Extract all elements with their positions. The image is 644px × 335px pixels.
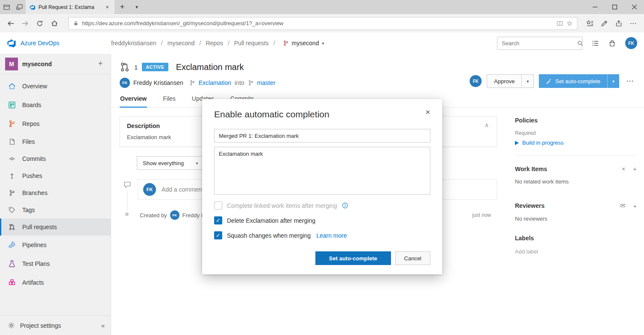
home-icon[interactable] [47,16,62,31]
boards-icon [8,101,16,109]
project-avatar: M [5,58,18,70]
add-reviewer-icon[interactable]: + [633,202,637,210]
reviewer-avatar[interactable]: FK [470,75,482,87]
complete-work-items-checkbox[interactable] [214,201,222,210]
sidebar-item-pipelines[interactable]: Pipelines [0,236,111,254]
sidebar-item-label: Branches [22,189,47,196]
merge-commit-title-input[interactable] [214,129,430,143]
add-label-button[interactable]: Add label [515,248,637,255]
merge-commit-description-textarea[interactable]: Exclamation mark [214,147,430,195]
address-bar[interactable]: https://dev.azure.com/freddykristiansen/… [68,17,577,30]
approve-dropdown-icon[interactable]: ▾ [521,75,533,87]
forward-icon[interactable] [18,16,32,31]
sidebar-item-test-plans[interactable]: Test Plans [0,254,111,273]
search-input[interactable] [502,40,577,47]
more-actions-icon[interactable]: ⋯ [624,76,635,86]
sidebar-item-artifacts[interactable]: Artifacts [0,273,111,292]
build-status-link[interactable]: Build in progress [522,140,564,146]
sidebar-item-pushes[interactable]: Pushes [0,167,111,184]
maximize-button[interactable] [605,0,624,14]
sidebar-item-branches[interactable]: Branches [0,184,111,201]
add-work-item-icon[interactable]: + [633,165,637,172]
info-icon[interactable] [342,202,348,209]
sidebar-item-commits[interactable]: Commits [0,150,111,167]
project-settings[interactable]: Project settings « [0,315,111,335]
collapse-sidebar-icon[interactable]: « [101,322,105,329]
tab-close-icon[interactable]: × [104,4,111,10]
sidebar-item-label: Pushes [22,172,42,179]
approve-button[interactable]: Approve ▾ [487,74,534,88]
set-auto-complete-button[interactable]: Set auto-complete ▾ [539,74,619,88]
approve-label[interactable]: Approve [487,75,521,87]
dialog-close-icon[interactable]: × [423,108,433,117]
tab-overview[interactable]: Overview [120,93,147,108]
sidebar-item-overview[interactable]: Overview [0,77,111,96]
search-box[interactable] [497,37,582,50]
user-avatar[interactable]: FK [625,37,637,49]
marketplace-bag-icon[interactable] [609,40,616,47]
work-items-empty: No related work items [515,178,637,185]
browser-window: Pull Request 1: Exclama × + ▾ https://de… [0,0,644,335]
sidebar-item-pull-requests[interactable]: Pull requests [0,218,111,236]
close-window-button[interactable] [624,0,644,14]
breadcrumb-pull-requests[interactable]: Pull requests [223,40,269,47]
labels-title: Labels [515,235,637,242]
tab-list-chevron-icon[interactable]: ▾ [130,0,144,14]
pipelines-icon [8,241,16,249]
azure-devops-brand[interactable]: Azure DevOps [7,38,111,48]
auto-complete-dialog: Enable automatic completion × Exclamatio… [202,99,442,274]
sidebar-item-label: Repos [22,120,39,127]
repo-selector[interactable]: mysecond ▾ [269,40,324,47]
files-icon [8,138,16,145]
pull-request-icon [120,62,130,72]
browser-navbar: https://dev.azure.com/freddykristiansen/… [0,14,644,32]
sidebar-item-files[interactable]: Files [0,133,111,150]
share-icon[interactable] [612,16,626,31]
auto-complete-dropdown-icon[interactable]: ▾ [607,74,619,88]
delete-branch-row: ✓ Delete Exclamation after merging [214,216,430,224]
dialog-title: Enable automatic completion [214,109,430,119]
sidebar-item-label: Commits [22,155,46,162]
dialog-cancel-button[interactable]: Cancel [395,251,430,265]
new-tab-button[interactable]: + [115,0,130,14]
clear-work-items-icon[interactable]: × [621,165,625,172]
collapse-card-icon[interactable]: ∧ [485,122,489,128]
tab-files[interactable]: Files [162,93,176,107]
browser-tab[interactable]: Pull Request 1: Exclama × [26,0,115,14]
tab-favicon-icon [29,4,35,10]
target-branch-link[interactable]: master [257,79,276,86]
favorites-hub-icon[interactable] [582,16,597,31]
brand-name: Azure DevOps [21,40,59,47]
repos-icon [8,120,16,128]
delete-branch-checkbox[interactable]: ✓ [214,216,222,224]
show-tab-previews-icon[interactable] [0,0,13,14]
add-favorite-star-icon[interactable]: ☆ [567,19,573,27]
breadcrumb-project[interactable]: mysecond [156,40,195,47]
add-project-icon[interactable]: + [95,59,106,68]
breadcrumb-org[interactable]: freddykristiansen [111,40,156,47]
header-actions: FK [497,37,637,50]
more-menu-icon[interactable]: ⋯ [626,16,641,31]
sidebar-project-row[interactable]: M mysecond + [0,54,111,74]
pr-id: 1 [134,64,138,71]
reading-view-icon[interactable] [556,20,563,27]
sidebar-item-repos[interactable]: Repos [0,114,111,133]
timeline-comment-icon [124,181,131,189]
reviewers-empty: No reviewers [515,216,637,222]
artifacts-icon [8,279,16,286]
learn-more-link[interactable]: Learn more [316,232,347,239]
timeline-filter-dropdown[interactable]: Show everything ▾ [137,156,203,170]
refresh-icon[interactable] [32,16,47,31]
squash-merge-checkbox[interactable]: ✓ [214,231,222,239]
dialog-set-auto-complete-button[interactable]: Set auto-complete [315,251,391,265]
back-icon[interactable] [3,16,18,31]
notify-reviewers-icon[interactable]: ✉ [620,202,626,210]
minimize-button[interactable] [585,0,605,14]
breadcrumb-repos[interactable]: Repos [195,40,223,47]
work-items-list-icon[interactable] [592,40,599,47]
sidebar-item-boards[interactable]: Boards [0,96,111,114]
sidebar-item-tags[interactable]: Tags [0,201,111,218]
set-tabs-aside-icon[interactable] [13,0,26,14]
source-branch-link[interactable]: Exclamation [199,79,231,86]
web-note-pen-icon[interactable] [597,16,612,31]
